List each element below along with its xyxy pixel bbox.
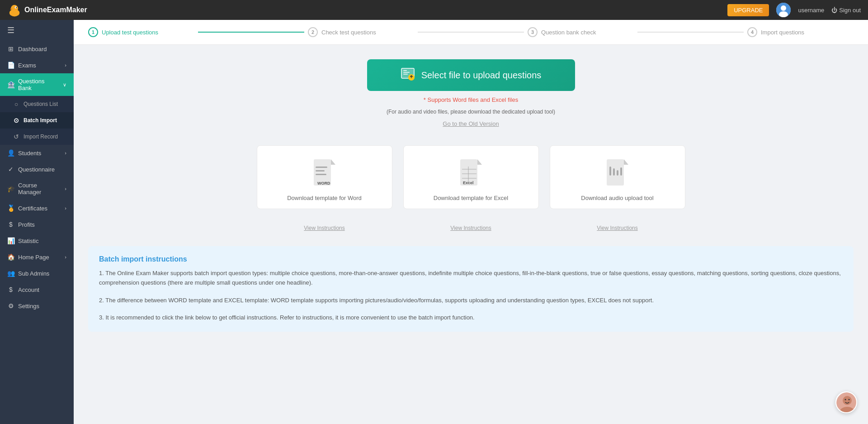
sidebar-toggle[interactable]: ☰ bbox=[0, 20, 74, 41]
sidebar-item-account[interactable]: $ Account bbox=[0, 281, 74, 298]
main-content: 1 Upload test questions 2 Check test que… bbox=[74, 20, 868, 424]
excel-file-icon: Excel bbox=[458, 157, 485, 189]
wizard-step-4: 4 Import questions bbox=[747, 27, 854, 37]
word-file-icon: WORD bbox=[311, 157, 338, 189]
chat-avatar[interactable] bbox=[835, 391, 857, 413]
template-card-audio[interactable]: Download audio upload tool bbox=[550, 145, 685, 209]
signout-button[interactable]: ⏻ Sign out bbox=[831, 7, 861, 14]
sidebar-label-account: Account bbox=[18, 286, 39, 293]
upload-button[interactable]: Select file to upload questions bbox=[367, 59, 575, 91]
step-label-3: Question bank check bbox=[541, 29, 596, 36]
sidebar-label-questions-list: Questions List bbox=[24, 101, 58, 107]
upload-icon bbox=[401, 67, 415, 84]
audio-file-icon bbox=[604, 157, 631, 189]
sidebar-item-profits[interactable]: $ Profits bbox=[0, 216, 74, 233]
sidebar-label-import-record: Import Record bbox=[24, 133, 58, 140]
certificates-icon: 🏅 bbox=[7, 205, 14, 212]
sidebar-item-students[interactable]: 👤 Students › bbox=[0, 145, 74, 161]
import-record-icon: ↺ bbox=[13, 133, 20, 140]
sidebar-item-questions-bank[interactable]: 🏦 Questions Bank ∨ bbox=[0, 73, 74, 96]
instructions-text-2: 2. The difference between WORD template … bbox=[99, 296, 843, 305]
word-template-label: Download template for Word bbox=[287, 195, 362, 201]
old-version-link[interactable]: Go to the Old Version bbox=[443, 120, 499, 127]
svg-rect-8 bbox=[403, 70, 407, 71]
sidebar-label-home-page: Home Page bbox=[18, 254, 49, 261]
upgrade-button[interactable]: UPGRADE bbox=[727, 4, 769, 16]
sidebar-item-statistic[interactable]: 📊 Statistic bbox=[0, 233, 74, 249]
excel-view-instructions[interactable]: View Instructions bbox=[450, 225, 491, 231]
svg-text:WORD: WORD bbox=[317, 181, 330, 186]
sidebar-item-settings[interactable]: ⚙ Settings bbox=[0, 298, 74, 314]
template-card-excel[interactable]: Excel Download template for Excel bbox=[403, 145, 539, 209]
sidebar-item-course-manager[interactable]: 🎓 Course Manager › bbox=[0, 177, 74, 200]
step-circle-2: 2 bbox=[308, 27, 318, 37]
svg-point-31 bbox=[845, 399, 846, 400]
upload-button-label: Select file to upload questions bbox=[421, 70, 542, 81]
chevron-right-icon-2: › bbox=[65, 150, 66, 156]
course-manager-icon: 🎓 bbox=[7, 185, 14, 192]
wizard-step-2: 2 Check test questions bbox=[308, 27, 414, 37]
wizard-line-1 bbox=[198, 32, 304, 33]
batch-import-icon: ⊙ bbox=[13, 117, 20, 124]
step-circle-4: 4 bbox=[747, 27, 757, 37]
svg-rect-14 bbox=[316, 170, 325, 172]
statistic-icon: 📊 bbox=[7, 237, 14, 244]
questions-list-icon: ○ bbox=[13, 100, 20, 108]
sidebar-item-batch-import[interactable]: ⊙ Batch Import bbox=[0, 112, 74, 129]
sidebar-label-dashboard: Dashboard bbox=[18, 46, 47, 52]
sidebar-item-import-record[interactable]: ↺ Import Record bbox=[0, 129, 74, 145]
svg-rect-13 bbox=[316, 167, 327, 168]
dashboard-icon: ⊞ bbox=[7, 45, 14, 52]
template-card-word[interactable]: WORD Download template for Word bbox=[257, 145, 392, 209]
word-view-instructions[interactable]: View Instructions bbox=[304, 225, 345, 231]
excel-template-label: Download template for Excel bbox=[434, 195, 508, 201]
chevron-right-icon-3: › bbox=[65, 186, 66, 191]
questions-bank-icon: 🏦 bbox=[7, 81, 14, 88]
sidebar-label-questions-bank: Questions Bank bbox=[18, 78, 59, 91]
templates-row: WORD Download template for Word bbox=[88, 145, 854, 209]
wizard-line-3 bbox=[637, 32, 744, 33]
content-area: Select file to upload questions * Suppor… bbox=[74, 45, 868, 357]
instructions-title: Batch import instructions bbox=[99, 255, 843, 263]
wizard-step-3: 3 Question bank check bbox=[528, 27, 634, 37]
upload-section: Select file to upload questions * Suppor… bbox=[88, 59, 854, 127]
sidebar-label-statistic: Statistic bbox=[18, 238, 39, 244]
sidebar-item-exams[interactable]: 📄 Exams › bbox=[0, 57, 74, 73]
sidebar-item-certificates[interactable]: 🏅 Certificates › bbox=[0, 200, 74, 216]
audio-view-instructions[interactable]: View Instructions bbox=[597, 225, 638, 231]
svg-rect-24 bbox=[609, 167, 611, 176]
avatar bbox=[776, 3, 791, 17]
topbar-left: OnlineExamMaker bbox=[7, 3, 87, 17]
profits-icon: $ bbox=[7, 221, 14, 228]
sidebar-label-settings: Settings bbox=[18, 303, 39, 310]
sidebar-item-dashboard[interactable]: ⊞ Dashboard bbox=[0, 41, 74, 57]
sidebar-label-course-manager: Course Manager bbox=[18, 182, 61, 195]
sidebar-label-certificates: Certificates bbox=[18, 205, 47, 212]
sidebar-item-sub-admins[interactable]: 👥 Sub Admins bbox=[0, 265, 74, 281]
instructions-text-3: 3. It is recommended to click the link b… bbox=[99, 313, 843, 323]
svg-rect-25 bbox=[613, 168, 615, 176]
svg-rect-9 bbox=[403, 72, 410, 73]
logo-text: OnlineExamMaker bbox=[24, 6, 87, 14]
sidebar-item-questions-list[interactable]: ○ Questions List bbox=[0, 96, 74, 112]
chevron-right-icon-5: › bbox=[65, 254, 66, 260]
svg-point-32 bbox=[849, 399, 850, 400]
sub-admins-icon: 👥 bbox=[7, 270, 14, 277]
svg-point-3 bbox=[16, 7, 17, 8]
step-circle-3: 3 bbox=[528, 27, 538, 37]
instructions-box: Batch import instructions 1. The Online … bbox=[88, 246, 854, 332]
sidebar-label-sub-admins: Sub Admins bbox=[18, 270, 49, 277]
sidebar-submenu-questions: ○ Questions List ⊙ Batch Import ↺ Import… bbox=[0, 96, 74, 145]
exams-icon: 📄 bbox=[7, 62, 14, 69]
step-circle-1: 1 bbox=[88, 27, 98, 37]
wizard-step-1: 1 Upload test questions bbox=[88, 27, 194, 37]
sidebar-item-questionnaire[interactable]: ✓ Questionnaire bbox=[0, 161, 74, 177]
sidebar-item-home-page[interactable]: 🏠 Home Page › bbox=[0, 249, 74, 265]
username: username bbox=[798, 7, 824, 14]
sidebar-label-exams: Exams bbox=[18, 62, 36, 69]
svg-text:Excel: Excel bbox=[463, 181, 474, 185]
logo-icon bbox=[7, 3, 22, 17]
logo: OnlineExamMaker bbox=[7, 3, 87, 17]
home-page-icon: 🏠 bbox=[7, 253, 14, 261]
step-label-2: Check test questions bbox=[321, 29, 376, 36]
